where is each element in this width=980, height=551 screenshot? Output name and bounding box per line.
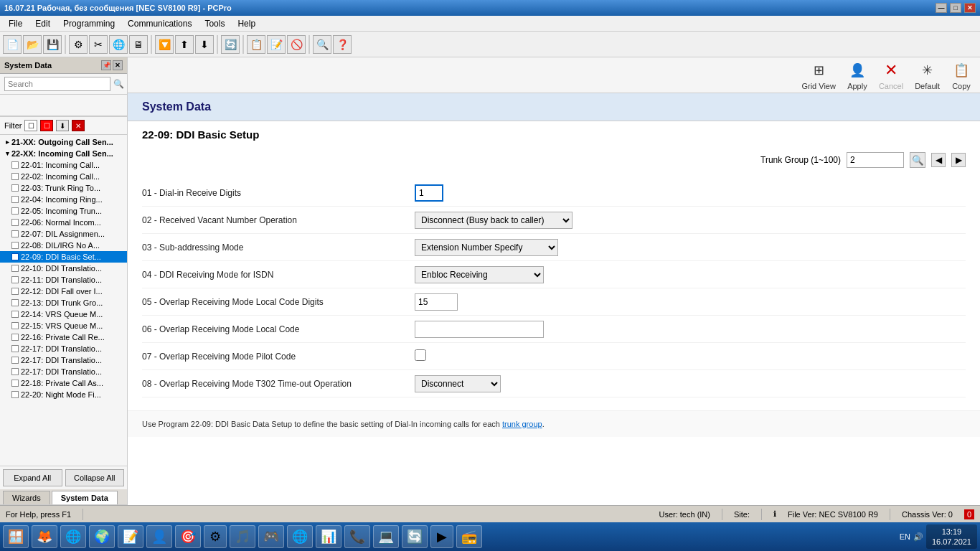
panel-pin[interactable]: 📌 <box>101 60 111 70</box>
tree-item-22-09[interactable]: 22-09: DDI Basic Set... <box>0 251 127 263</box>
trunk-group-input[interactable] <box>847 152 904 168</box>
search-input[interactable] <box>4 77 110 91</box>
toolbar-cut[interactable]: ✂ <box>89 35 108 54</box>
tree-item-22xx[interactable]: ▾ 22-XX: Incoming Call Sen... <box>0 148 127 159</box>
tree-item-22-04[interactable]: 22-04: Incoming Ring... <box>0 194 127 205</box>
ie-btn[interactable]: 🌐 <box>60 525 86 548</box>
toolbar-clipboard[interactable]: 📋 <box>247 35 265 54</box>
settings-tb-btn[interactable]: ⚙ <box>204 525 227 548</box>
field-select-04[interactable]: Enbloc Receiving Overlap Receiving <box>415 266 544 283</box>
start-btn[interactable]: 🪟 <box>3 525 29 548</box>
search-box: 🔍 <box>0 74 127 95</box>
menu-edit[interactable]: Edit <box>29 17 56 30</box>
game-btn[interactable]: 🎮 <box>258 525 284 548</box>
tool1-btn[interactable]: 🎯 <box>175 525 201 548</box>
field-input-05[interactable] <box>415 293 458 311</box>
panel-close[interactable]: ✕ <box>113 60 123 70</box>
field-select-02[interactable]: Disconnect (Busy back to caller) Ring ba… <box>415 212 573 229</box>
tree-item-22-08[interactable]: 22-08: DIL/IRG No A... <box>0 240 127 251</box>
toolbar-open[interactable]: 📂 <box>23 35 42 54</box>
tree-item-22-14[interactable]: 22-14: VRS Queue M... <box>0 309 127 320</box>
tree-item-22-01[interactable]: 22-01: Incoming Call... <box>0 159 127 171</box>
trunk-group-next-btn[interactable]: ▶ <box>951 153 966 167</box>
toolbar-cancel[interactable]: 🚫 <box>287 35 306 54</box>
toolbar-refresh[interactable]: 🔄 <box>221 35 240 54</box>
audio-icon: 🎵 <box>235 529 250 545</box>
field-checkbox-07[interactable] <box>415 349 426 361</box>
toolbar-new[interactable]: 📄 <box>3 35 22 54</box>
maximize-btn[interactable]: □ <box>950 3 961 13</box>
field-input-01[interactable] <box>415 184 443 202</box>
audio-btn[interactable]: 🎵 <box>230 525 255 548</box>
apply-btn[interactable]: 👤 Apply <box>847 60 867 90</box>
field-input-06[interactable] <box>415 321 544 338</box>
firefox-btn[interactable]: 🦊 <box>32 525 57 548</box>
minimize-btn[interactable]: — <box>936 3 947 13</box>
chrome-btn[interactable]: 🌍 <box>89 525 115 548</box>
tab-wizards[interactable]: Wizards <box>3 491 50 504</box>
tree-item-22-13[interactable]: 22-13: DDI Trunk Gro... <box>0 297 127 309</box>
menu-file[interactable]: File <box>3 17 28 30</box>
collapse-all-btn[interactable]: Collapse All <box>65 469 125 486</box>
tree-item-22-06[interactable]: 22-06: Normal Incom... <box>0 217 127 228</box>
toolbar-down[interactable]: ⬇ <box>195 35 214 54</box>
tree-item-22-05[interactable]: 22-05: Incoming Trun... <box>0 205 127 217</box>
tree-item-22-17c[interactable]: 22-17: DDI Translatio... <box>0 366 127 377</box>
radio-btn[interactable]: 📻 <box>456 525 482 548</box>
menu-help[interactable]: Help <box>232 17 261 30</box>
filter-btn4[interactable]: ✕ <box>72 120 85 131</box>
tree-item-22-10[interactable]: 22-10: DDI Translatio... <box>0 263 127 274</box>
toolbar-up[interactable]: ⬆ <box>175 35 194 54</box>
play-btn[interactable]: ▶ <box>430 525 453 548</box>
toolbar-help[interactable]: ❓ <box>333 35 352 54</box>
tree-item-22-15[interactable]: 22-15: VRS Queue M... <box>0 320 127 331</box>
filter-btn3[interactable]: ⬇ <box>56 120 69 131</box>
cancel-btn[interactable]: ✕ Cancel <box>879 60 903 90</box>
pc-btn[interactable]: 💻 <box>373 525 399 548</box>
menu-tools[interactable]: Tools <box>199 17 230 30</box>
menu-communications[interactable]: Communications <box>122 17 197 30</box>
close-btn[interactable]: ✕ <box>964 3 976 13</box>
phone-btn[interactable]: 📞 <box>344 525 370 548</box>
chart-btn[interactable]: 📊 <box>316 525 341 548</box>
sync-btn[interactable]: 🔄 <box>402 525 428 548</box>
tree-item-22-03[interactable]: 22-03: Trunk Ring To... <box>0 182 127 194</box>
copy-btn[interactable]: 📋 Copy <box>951 60 971 90</box>
toolbar-search[interactable]: 🔍 <box>313 35 331 54</box>
trunk-group-prev-btn[interactable]: ◀ <box>931 153 946 167</box>
default-btn[interactable]: ✳ Default <box>915 60 940 90</box>
user-btn[interactable]: 👤 <box>146 525 172 548</box>
toolbar-settings[interactable]: ⚙ <box>69 35 88 54</box>
tree-item-22-11[interactable]: 22-11: DDI Translatio... <box>0 274 127 286</box>
toolbar-edit[interactable]: 📝 <box>267 35 286 54</box>
expand-all-btn[interactable]: Expand All <box>3 469 62 486</box>
tree-item-22-17b[interactable]: 22-17: DDI Translatio... <box>0 354 127 366</box>
tree-item-22-02[interactable]: 22-02: Incoming Call... <box>0 171 127 182</box>
field-row-01: 01 - Dial-in Receive Digits <box>142 179 966 207</box>
toolbar-filter[interactable]: 🔽 <box>155 35 174 54</box>
tree-item-22-07[interactable]: 22-07: DIL Assignmen... <box>0 228 127 240</box>
clock: 13:19 16.07.2021 <box>926 524 977 550</box>
field-select-03[interactable]: Extension Number Specify Direct None <box>415 239 558 256</box>
toolbar-monitor[interactable]: 🖥 <box>129 35 148 54</box>
toolbar-network[interactable]: 🌐 <box>109 35 128 54</box>
filter-btn2[interactable]: ☐ <box>40 120 53 131</box>
trunk-group-search-btn[interactable]: 🔍 <box>910 152 925 168</box>
tree-item-22-17a[interactable]: 22-17: DDI Translatio... <box>0 343 127 354</box>
tree-item-22-16[interactable]: 22-16: Private Call Re... <box>0 331 127 343</box>
panel-title: System Data <box>4 61 52 70</box>
tree-item-21xx[interactable]: ▸ 21-XX: Outgoing Call Sen... <box>0 136 127 148</box>
files-btn[interactable]: 📝 <box>118 525 143 548</box>
tree-item-22-18[interactable]: 22-18: Private Call As... <box>0 377 127 389</box>
grid-view-btn[interactable]: ⊞ Grid View <box>801 60 835 90</box>
search-icon[interactable]: 🔍 <box>113 79 124 89</box>
tree-item-22-20[interactable]: 22-20: Night Mode Fi... <box>0 389 127 400</box>
toolbar-save[interactable]: 💾 <box>43 35 62 54</box>
tab-system-data[interactable]: System Data <box>52 491 118 504</box>
menu-programming[interactable]: Programming <box>57 17 121 30</box>
field-select-08[interactable]: Disconnect Connect Forward <box>415 375 501 392</box>
net-btn[interactable]: 🌐 <box>287 525 313 548</box>
tree-item-22-12[interactable]: 22-12: DDI Fall over I... <box>0 286 127 297</box>
help-link[interactable]: trunk group <box>502 420 542 428</box>
filter-btn1[interactable]: ☐ <box>24 120 37 131</box>
